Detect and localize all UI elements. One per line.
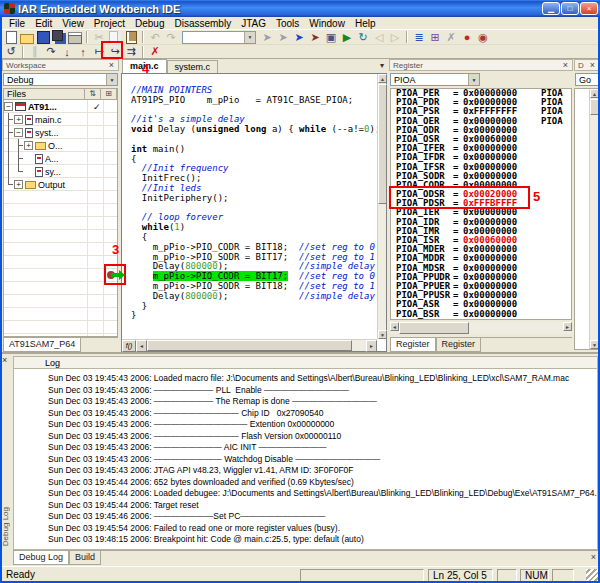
tree-connector	[14, 152, 24, 165]
minimize-button-icon[interactable]: ▁	[542, 2, 560, 15]
editor-horizontal-scrollbar[interactable]: f() ◄ ►	[122, 339, 377, 351]
scrollbar-thumb[interactable]	[378, 84, 387, 204]
menu-window[interactable]: Window	[304, 18, 350, 29]
tree-item-syst[interactable]: −syst...	[4, 126, 117, 139]
goto-field[interactable]: Go	[575, 73, 599, 86]
editor-tab-system-c[interactable]: system.c	[167, 60, 219, 73]
menu-disassembly[interactable]: Disassembly	[169, 18, 236, 29]
stop-build-icon[interactable]: ✗	[443, 30, 459, 44]
register-close-icon[interactable]: ×	[561, 61, 570, 70]
bookmark-pointer-icon[interactable]: ➤	[307, 30, 323, 44]
step-out-icon[interactable]: ↑	[75, 45, 91, 59]
register-tab-1[interactable]: Register	[390, 338, 436, 352]
editor-vertical-scrollbar[interactable]: ▲ ▼	[377, 74, 386, 339]
target-config-dropdown[interactable]: Debug ▼	[3, 73, 118, 86]
print-icon[interactable]	[67, 30, 83, 44]
stop-debugging-icon[interactable]: ✗	[147, 45, 163, 59]
scroll-left-icon[interactable]: ◄	[136, 340, 147, 352]
find-next-icon[interactable]: ➤	[275, 30, 291, 44]
browse-icon[interactable]: ◉	[475, 30, 491, 44]
menu-help[interactable]: Help	[350, 18, 381, 29]
editor-tab-menu-icon[interactable]: ▾	[380, 61, 384, 70]
menu-debug[interactable]: Debug	[130, 18, 169, 29]
ide-window: IAR Embedded Workbench IDE ▁ □ × FileEdi…	[0, 0, 600, 583]
toggle-breakpoint-icon[interactable]: ●	[459, 30, 475, 44]
redo-icon[interactable]: ↷	[163, 30, 179, 44]
dropdown-arrow-icon[interactable]: ▼	[468, 74, 479, 85]
new-file-icon[interactable]	[3, 30, 19, 44]
compile-icon[interactable]: ≣	[411, 30, 427, 44]
files-header-label[interactable]: Files	[4, 89, 85, 99]
go-to-pointer-icon[interactable]: ➤	[291, 30, 307, 44]
navigate-forward-icon[interactable]: ▷	[387, 30, 403, 44]
workspace-close-icon[interactable]: ×	[107, 61, 116, 70]
resize-grip[interactable]	[586, 569, 598, 581]
log-tabbar-close-icon[interactable]: ×	[591, 551, 598, 564]
tree-item-mainc[interactable]: +main.c	[4, 113, 117, 126]
disassembly-close-icon[interactable]: ×	[588, 61, 597, 70]
scrollbar-thumb[interactable]	[399, 322, 469, 334]
tree-expander-icon[interactable]: +	[24, 141, 33, 150]
menu-project[interactable]: Project	[89, 18, 130, 29]
maximize-button-icon[interactable]: □	[561, 2, 579, 15]
log-close-icon[interactable]: ×	[2, 356, 7, 364]
paste-icon[interactable]	[123, 30, 139, 44]
step-over-icon[interactable]: ↷	[43, 45, 59, 59]
save-icon[interactable]	[35, 30, 51, 44]
menu-tools[interactable]: Tools	[271, 18, 304, 29]
function-list-button[interactable]: f()	[122, 340, 136, 352]
tree-expander-icon[interactable]: +	[14, 180, 23, 189]
combo-dropdown-icon[interactable]: ▼	[244, 32, 255, 43]
tree-item-at91[interactable]: −AT91...✓	[4, 100, 117, 113]
debug-icon[interactable]: ↻	[355, 30, 371, 44]
scrollbar-thumb[interactable]	[147, 340, 352, 351]
register-horizontal-scrollbar[interactable]: ◄ ►	[390, 322, 572, 334]
code-area[interactable]: //MAIN POINTERSAT91PS_PIO m_pPio = AT91C…	[122, 74, 377, 339]
scroll-up-icon[interactable]: ▲	[378, 74, 387, 83]
undo-icon[interactable]: ↶	[147, 30, 163, 44]
break-icon[interactable]: ∥	[27, 45, 43, 59]
reset-icon[interactable]: ↺	[3, 45, 19, 59]
build-all-icon[interactable]: ⊞	[427, 30, 443, 44]
code-editor[interactable]: //MAIN POINTERSAT91PS_PIO m_pPio = AT91C…	[121, 73, 387, 352]
tree-expander-icon[interactable]: +	[14, 115, 23, 124]
tree-item-sy[interactable]: sy...	[4, 165, 117, 178]
register-tab-2[interactable]: Register	[436, 338, 482, 352]
log-output[interactable]: Sun Dec 03 19:45:43 2006: Loaded macro f…	[13, 369, 598, 550]
log-vertical-tab-label[interactable]: Debug Log	[1, 507, 10, 546]
step-into-icon[interactable]: ↓	[59, 45, 75, 59]
file-icon	[25, 115, 33, 125]
new-window-icon[interactable]: ▣	[323, 30, 339, 44]
make-icon[interactable]: ▶	[339, 30, 355, 44]
files-options-icon[interactable]: ⊞	[101, 89, 117, 99]
menu-edit[interactable]: Edit	[30, 18, 57, 29]
save-all-icon[interactable]	[51, 30, 67, 44]
tree-expander-icon[interactable]: −	[4, 102, 13, 111]
close-button-icon[interactable]: ×	[580, 2, 598, 15]
register-group-dropdown[interactable]: PIOA ▼	[390, 73, 480, 86]
open-file-icon[interactable]	[19, 30, 35, 44]
tree-item-o[interactable]: +O...	[4, 139, 117, 152]
run-to-cursor-icon[interactable]: ⇉	[123, 45, 139, 59]
tree-expander-icon[interactable]: −	[14, 128, 23, 137]
navigate-back-icon[interactable]: ◁	[371, 30, 387, 44]
tree-item-a[interactable]: A...	[4, 152, 117, 165]
disassembly-panel-partial: D × Go ▲ ▼	[574, 59, 600, 352]
workspace-project-tab[interactable]: AT91SAM7_P64	[3, 338, 81, 352]
menu-view[interactable]: View	[57, 18, 89, 29]
find-previous-icon[interactable]: ➤	[259, 30, 275, 44]
title-bar[interactable]: IAR Embedded Workbench IDE ▁ □ ×	[0, 0, 600, 17]
menu-jtag[interactable]: JTAG	[236, 18, 271, 29]
scroll-left-icon[interactable]: ◄	[390, 322, 399, 331]
scroll-right-icon[interactable]: ►	[563, 322, 572, 331]
tree-item-output[interactable]: +Output	[4, 178, 117, 191]
scroll-right-icon[interactable]: ►	[366, 340, 377, 352]
dropdown-arrow-icon[interactable]: ▼	[106, 74, 117, 85]
log-tab-debug-log[interactable]: Debug Log	[13, 551, 69, 565]
files-sort-icon[interactable]: ⇅	[85, 89, 101, 99]
find-combobox[interactable]: ▼	[182, 31, 256, 44]
scroll-down-icon[interactable]: ▼	[378, 330, 387, 339]
menu-file[interactable]: File	[4, 18, 30, 29]
register-row-pioa_bsr[interactable]: PIOA_BSR=0x00000000	[391, 310, 571, 319]
log-tab-build[interactable]: Build	[69, 551, 101, 565]
